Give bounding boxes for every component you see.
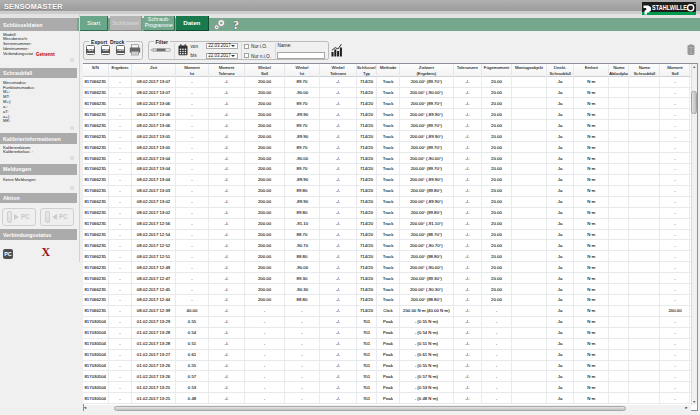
svg-text:STAHLWILLE: STAHLWILLE (652, 3, 687, 11)
svg-text:?: ? (233, 18, 239, 32)
